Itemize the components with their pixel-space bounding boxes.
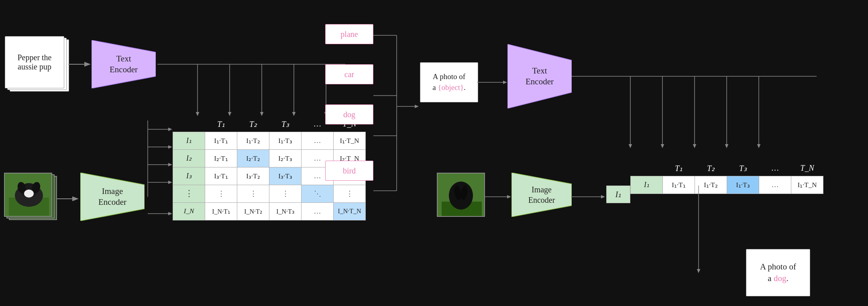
arrows-image-to-matrix	[144, 120, 176, 241]
text-encoder-right: Text Encoder	[507, 44, 572, 108]
small-matrix: T₁ T₂ T₃ … T_N I₁ I₁·T₁ I₁·T₂ I₁·T₃ … I₁…	[630, 161, 823, 194]
i1-label: I₁	[606, 186, 630, 203]
photo-template-box: A photo ofa {object}.	[420, 62, 478, 102]
image-encoder-left: Image Encoder	[80, 173, 145, 221]
class-bird: bird	[325, 161, 373, 181]
col-header-t3: T₃	[269, 116, 302, 132]
text-input-label: Pepper the aussie pup	[18, 53, 52, 71]
image-encoder-right-label: Image Encoder	[528, 184, 555, 205]
image-encoder-left-label: Image Encoder	[98, 186, 126, 208]
text-encoder-right-label: Text Encoder	[526, 65, 554, 88]
single-dog-image	[437, 173, 485, 217]
text-encoder-left-label: Text Encoder	[110, 53, 138, 75]
arrow-single-dog-to-encoder	[485, 193, 513, 201]
class-car: car	[325, 64, 373, 84]
small-col-tn: T_N	[791, 161, 823, 176]
class-dog: dog	[325, 104, 373, 124]
small-col-t2: T₂	[695, 161, 727, 176]
col-header-t2: T₂	[237, 116, 269, 132]
small-col-dots: …	[759, 161, 791, 176]
small-col-t3: T₃	[727, 161, 759, 176]
text-encoder-left: Text Encoder	[92, 40, 156, 88]
arrow-encoder-to-i1	[571, 193, 607, 201]
image-encoder-right: Image Encoder	[511, 173, 572, 217]
arrow-dog-to-encoder	[56, 195, 80, 203]
diagram: Pepper the aussie pup Text Encoder	[0, 0, 868, 306]
small-col-t1: T₁	[663, 161, 695, 176]
arrow-matrix-to-result	[695, 186, 703, 274]
col-header-t1: T₁	[205, 116, 237, 132]
class-plane: plane	[325, 24, 373, 44]
result-box: A photo ofa dog.	[746, 249, 810, 296]
svg-point-8	[24, 190, 34, 198]
arrow-template-to-encoder	[477, 78, 509, 86]
arrows-classes-to-template	[373, 20, 421, 193]
arrow-text-to-encoder	[68, 60, 92, 68]
